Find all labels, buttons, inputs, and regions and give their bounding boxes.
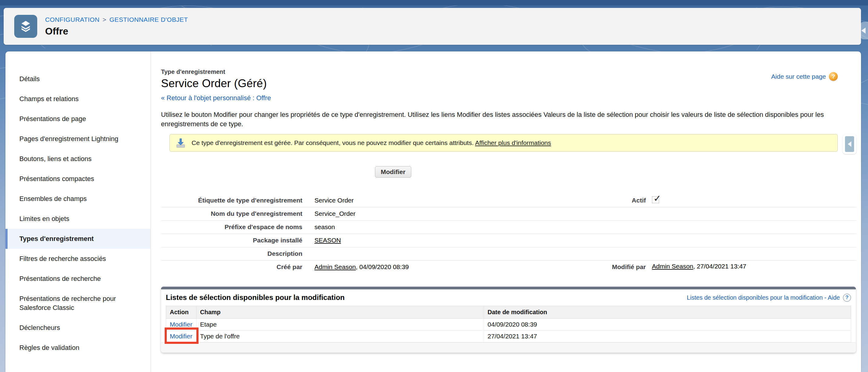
table-header-row: Action Champ Date de modification (166, 306, 851, 319)
section-topbar (161, 287, 856, 289)
notice-text: Ce type d'enregistrement est gérée. Par … (192, 139, 551, 147)
date-cell: 04/09/2020 08:39 (484, 319, 851, 331)
breadcrumb: CONFIGURATION>GESTIONNAIRE D'OBJET (45, 16, 188, 23)
detail-label: Étiquette de type d'enregistrement (161, 197, 302, 204)
back-chevrons-icon: « (161, 94, 165, 102)
intro-paragraph: Utilisez le bouton Modifier pour changer… (161, 110, 854, 129)
detail-label: Description (161, 250, 302, 257)
sidebar-item-presentations-compactes[interactable]: Présentations compactes (5, 169, 150, 189)
top-navigation-strip (0, 0, 868, 5)
detail-value: Admin Season, 04/09/2020 08:39 (314, 264, 409, 271)
detail-row-package: Package installé SEASON (161, 234, 857, 247)
detail-value: SEASON (314, 237, 341, 244)
main-content: Type d'enregistrement Service Order (Gér… (151, 52, 861, 372)
show-more-info-link[interactable]: Afficher plus d'informations (475, 139, 551, 146)
help-question-icon[interactable]: ? (829, 72, 838, 81)
modified-by-label: Modifié par (509, 264, 646, 271)
detail-row-description: Description (161, 247, 857, 260)
column-header-action: Action (166, 306, 196, 319)
sidebar-item-types-denregistrement[interactable]: Types d'enregistrement (5, 229, 150, 249)
picklists-section: Listes de sélection disponibles pour la … (161, 287, 856, 353)
notice-message: Ce type d'enregistrement est gérée. Par … (192, 139, 474, 146)
breadcrumb-separator: > (102, 16, 106, 23)
created-by-link[interactable]: Admin Season (314, 264, 356, 270)
detail-row-nom: Nom du type d'enregistrement Service_Ord… (161, 207, 857, 221)
champ-cell: Type de l'offre (196, 331, 484, 342)
left-triangle-icon (848, 142, 851, 147)
sidebar-item-limites-en-objets[interactable]: Limites en objets (5, 209, 150, 229)
content-panel: Détails Champs et relations Présentation… (5, 52, 861, 372)
header-text: CONFIGURATION>GESTIONNAIRE D'OBJET Offre (45, 16, 188, 37)
detail-value: Service Order (314, 197, 354, 204)
active-checkbox: ✓ (652, 196, 659, 204)
sidebar-item-presentations-de-recherche-salesforce-classic[interactable]: Présentations de recherche pour Salesfor… (5, 289, 150, 318)
back-to-object-link[interactable]: Retour à l'objet personnalisé : Offre (166, 94, 271, 102)
action-cell: Modifier (166, 319, 196, 331)
created-date: , 04/09/2020 08:39 (356, 264, 409, 270)
section-title: Listes de sélection disponibles pour la … (166, 293, 345, 302)
section-help-link[interactable]: Listes de sélection disponibles pour la … (687, 294, 840, 301)
record-type-details: Étiquette de type d'enregistrement Servi… (161, 194, 857, 274)
sidebar-item-declencheurs[interactable]: Déclencheurs (5, 318, 150, 338)
detail-value: Service_Order (314, 210, 355, 217)
table-row-type-de-loffre: Modifier Type de l'offre 27/04/2021 13:4… (166, 331, 851, 342)
record-type-heading: Type d'enregistrement Service Order (Gér… (161, 68, 271, 102)
back-link-line: «Retour à l'objet personnalisé : Offre (161, 94, 271, 102)
modified-date: , 27/04/2021 13:47 (693, 263, 746, 270)
section-footer (161, 342, 856, 353)
collapse-inner (845, 136, 854, 152)
object-manager-sidebar: Détails Champs et relations Présentation… (5, 52, 151, 372)
managed-package-notice: Ce type d'enregistrement est gérée. Par … (169, 134, 838, 152)
detail-label: Package installé (161, 237, 302, 244)
help-page-link[interactable]: Aide sur cette page (771, 73, 826, 80)
sidebar-item-presentations-de-recherche[interactable]: Présentations de recherche (5, 269, 150, 289)
modified-by-link[interactable]: Admin Season (652, 263, 693, 270)
breadcrumb-configuration[interactable]: CONFIGURATION (45, 16, 100, 23)
page-title: Offre (45, 26, 188, 37)
table-row-etape: Modifier Etape 04/09/2020 08:39 (166, 319, 851, 331)
modifier-button[interactable]: Modifier (375, 166, 411, 178)
sidebar-item-ensembles-de-champs[interactable]: Ensembles de champs (5, 189, 150, 209)
detail-label: Nom du type d'enregistrement (161, 210, 302, 217)
setup-header: CONFIGURATION>GESTIONNAIRE D'OBJET Offre (4, 8, 861, 45)
check-icon: ✓ (653, 193, 661, 204)
detail-value: season (314, 223, 335, 230)
managed-package-icon (175, 137, 187, 149)
sidebar-collapse-button[interactable] (843, 134, 857, 154)
column-header-date: Date de modification (484, 306, 851, 319)
breadcrumb-gestionnaire-dobjet[interactable]: GESTIONNAIRE D'OBJET (109, 16, 188, 23)
detail-row-cree-par: Créé par Admin Season, 04/09/2020 08:39 … (161, 260, 857, 274)
active-value: ✓ (652, 196, 659, 205)
sidebar-item-filtres-de-recherche-associes[interactable]: Filtres de recherche associés (5, 249, 150, 269)
record-type-title: Service Order (Géré) (161, 77, 271, 90)
sidebar-item-boutons-liens-et-actions[interactable]: Boutons, liens et actions (5, 149, 150, 169)
button-row: Modifier (161, 166, 857, 178)
champ-cell: Etape (196, 319, 484, 331)
detail-label: Préfixe d'espace de noms (161, 223, 302, 230)
section-header: Listes de sélection disponibles pour la … (161, 289, 856, 305)
detail-row-prefixe: Préfixe d'espace de noms season (161, 221, 857, 234)
picklists-table: Action Champ Date de modification Modifi… (166, 306, 851, 342)
sidebar-item-pages-denregistrement-lightning[interactable]: Pages d'enregistrement Lightning (5, 129, 150, 149)
modifier-type-de-loffre-link[interactable]: Modifier (170, 333, 192, 340)
package-link[interactable]: SEASON (314, 237, 341, 244)
left-arrow-icon (861, 28, 866, 34)
sidebar-item-champs-et-relations[interactable]: Champs et relations (5, 89, 150, 109)
notice-row: Ce type d'enregistrement est gérée. Par … (169, 134, 857, 154)
section-help-icon[interactable]: ? (843, 293, 851, 302)
modifier-etape-link[interactable]: Modifier (170, 321, 192, 328)
object-layers-icon (14, 15, 37, 38)
action-cell: Modifier (166, 331, 196, 342)
header-collapse-tab[interactable] (860, 22, 868, 39)
modified-by-value: Admin Season, 27/04/2021 13:47 (652, 263, 746, 270)
sidebar-item-details[interactable]: Détails (5, 69, 150, 89)
sidebar-item-regles-de-validation[interactable]: Règles de validation (5, 338, 150, 358)
sidebar-item-presentations-de-page[interactable]: Présentations de page (5, 109, 150, 129)
record-type-label: Type d'enregistrement (161, 68, 271, 75)
detail-row-etiquette: Étiquette de type d'enregistrement Servi… (161, 194, 857, 207)
page-head: Type d'enregistrement Service Order (Gér… (161, 68, 857, 102)
date-cell: 27/04/2021 13:47 (484, 331, 851, 342)
section-help: Listes de sélection disponibles pour la … (687, 293, 851, 302)
column-header-champ: Champ (196, 306, 484, 319)
page-help: Aide sur cette page ? (771, 72, 838, 81)
